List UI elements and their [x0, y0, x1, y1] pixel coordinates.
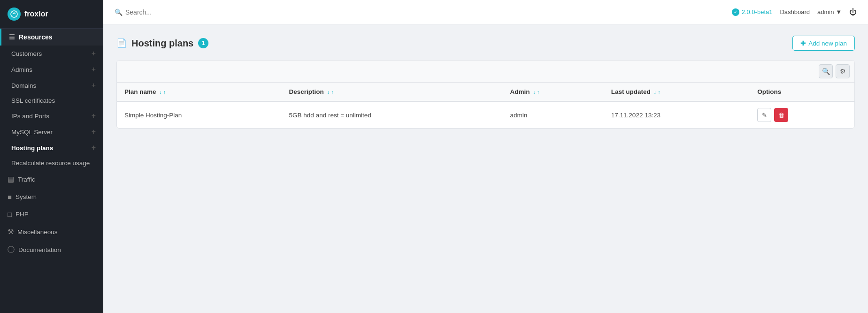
main-content: 🔍 ✓ 2.0.0-beta1 Dashboard admin ▼ ⏻ 📄 Ho…	[103, 0, 868, 313]
logo-icon	[8, 8, 21, 21]
version-label: 2.0.0-beta1	[742, 8, 773, 15]
sidebar-nav-system[interactable]: ■ System	[0, 188, 103, 206]
search-icon: 🔍	[822, 68, 830, 75]
table-search-button[interactable]: 🔍	[819, 64, 833, 78]
sidebar-item-label: Recalculate resource usage	[11, 160, 90, 167]
plus-icon[interactable]: +	[92, 144, 96, 152]
sidebar-item-label: IPs and Ports	[11, 113, 49, 120]
sidebar-item-domains[interactable]: Domains +	[0, 77, 103, 93]
col-description: Description ↓ ↑	[282, 83, 503, 101]
version-dot: ✓	[732, 8, 739, 16]
sidebar-item-label: SSL certificates	[11, 97, 55, 104]
sidebar-nav-label: Documentation	[18, 246, 61, 253]
hosting-plans-icon: 📄	[116, 38, 127, 48]
version-badge: ✓ 2.0.0-beta1	[732, 8, 773, 16]
edit-button[interactable]: ✎	[757, 108, 771, 122]
sidebar-logo[interactable]: froxlor	[0, 0, 103, 29]
sidebar-item-mysql[interactable]: MySQL Server +	[0, 124, 103, 140]
sidebar: froxlor ☰ Resources Customers + Admins +…	[0, 0, 103, 313]
table-header-row: Plan name ↓ ↑ Description ↓ ↑ Admin ↓ ↑ …	[117, 83, 854, 101]
sidebar-nav-traffic[interactable]: ▤ Traffic	[0, 170, 103, 188]
sidebar-item-label: Hosting plans	[11, 145, 53, 152]
sidebar-item-customers[interactable]: Customers +	[0, 46, 103, 61]
chevron-down-icon: ▼	[836, 8, 842, 15]
svg-point-0	[11, 11, 17, 17]
power-icon[interactable]: ⏻	[849, 8, 857, 16]
sidebar-item-label: Customers	[11, 50, 42, 57]
sidebar-nav-misc[interactable]: ⚒ Miscellaneous	[0, 223, 103, 241]
topbar: 🔍 ✓ 2.0.0-beta1 Dashboard admin ▼ ⏻	[103, 0, 868, 24]
resources-icon: ☰	[9, 33, 15, 41]
table-settings-button[interactable]: ⚙	[836, 64, 850, 78]
options-cell: ✎ 🗑	[757, 108, 847, 122]
plus-icon[interactable]: +	[92, 112, 96, 120]
gear-icon: ⚙	[840, 68, 846, 75]
app-name: froxlor	[24, 10, 48, 18]
table-container: 🔍 ⚙ Plan name ↓ ↑ Description ↓ ↑	[116, 60, 855, 129]
col-admin: Admin ↓ ↑	[502, 83, 603, 101]
sidebar-item-label: MySQL Server	[11, 129, 53, 136]
sidebar-item-hosting-plans[interactable]: Hosting plans +	[0, 140, 103, 156]
search-icon: 🔍	[115, 8, 123, 16]
col-last-updated: Last updated ↓ ↑	[604, 83, 750, 101]
cell-admin: admin	[502, 101, 603, 128]
sidebar-nav-label: PHP	[15, 211, 29, 218]
search-wrapper: 🔍	[115, 8, 726, 16]
plus-icon[interactable]: +	[92, 49, 96, 58]
page-title-wrapper: 📄 Hosting plans 1	[116, 38, 208, 49]
plus-icon[interactable]: +	[92, 128, 96, 136]
sidebar-section-label: Resources	[19, 33, 53, 41]
table-toolbar: 🔍 ⚙	[117, 61, 854, 83]
sidebar-nav-label: Miscellaneous	[17, 229, 58, 236]
sidebar-item-label: Domains	[11, 82, 36, 89]
plus-icon[interactable]: +	[92, 81, 96, 90]
sidebar-nav-docs[interactable]: ⓘ Documentation	[0, 241, 103, 259]
page-header: 📄 Hosting plans 1 ✚ Add new plan	[116, 36, 855, 51]
col-options: Options	[750, 83, 854, 101]
sidebar-item-recalculate[interactable]: Recalculate resource usage	[0, 156, 103, 170]
search-input[interactable]	[125, 8, 219, 16]
hosting-plans-table: Plan name ↓ ↑ Description ↓ ↑ Admin ↓ ↑ …	[117, 83, 854, 128]
sidebar-nav-label: System	[15, 193, 37, 200]
page-title: Hosting plans	[131, 38, 193, 49]
topbar-right: ✓ 2.0.0-beta1 Dashboard admin ▼ ⏻	[732, 8, 857, 16]
admin-menu[interactable]: admin ▼	[817, 8, 842, 15]
col-plan-name: Plan name ↓ ↑	[117, 83, 282, 101]
plus-icon[interactable]: +	[92, 65, 96, 74]
sort-arrows[interactable]: ↓ ↑	[327, 89, 334, 95]
info-icon: ⓘ	[8, 245, 15, 254]
sort-arrows[interactable]: ↓ ↑	[654, 89, 661, 95]
plus-circle-icon: ✚	[800, 39, 806, 47]
sidebar-item-admins[interactable]: Admins +	[0, 61, 103, 77]
php-icon: □	[8, 210, 12, 218]
cell-description: 5GB hdd and rest = unlimited	[282, 101, 503, 128]
sort-arrows[interactable]: ↓ ↑	[159, 89, 166, 95]
delete-button[interactable]: 🗑	[774, 108, 788, 122]
add-new-plan-button[interactable]: ✚ Add new plan	[792, 36, 855, 51]
sidebar-item-ssl[interactable]: SSL certificates	[0, 93, 103, 108]
dashboard-link[interactable]: Dashboard	[780, 8, 810, 15]
sidebar-nav-php[interactable]: □ PHP	[0, 206, 103, 223]
sort-arrows[interactable]: ↓ ↑	[533, 89, 539, 95]
sidebar-section-resources[interactable]: ☰ Resources	[0, 29, 103, 46]
cell-last-updated: 17.11.2022 13:23	[604, 101, 750, 128]
cell-options: ✎ 🗑	[750, 101, 854, 128]
system-icon: ■	[8, 193, 12, 201]
wrench-icon: ⚒	[8, 228, 14, 236]
sidebar-item-label: Admins	[11, 66, 32, 73]
sidebar-nav-label: Traffic	[18, 176, 35, 183]
traffic-icon: ▤	[8, 175, 14, 183]
page-content: 📄 Hosting plans 1 ✚ Add new plan 🔍 ⚙	[103, 24, 868, 313]
sidebar-item-ips-ports[interactable]: IPs and Ports +	[0, 108, 103, 124]
count-badge: 1	[198, 38, 208, 48]
cell-plan-name: Simple Hosting-Plan	[117, 101, 282, 128]
table-row: Simple Hosting-Plan 5GB hdd and rest = u…	[117, 101, 854, 128]
